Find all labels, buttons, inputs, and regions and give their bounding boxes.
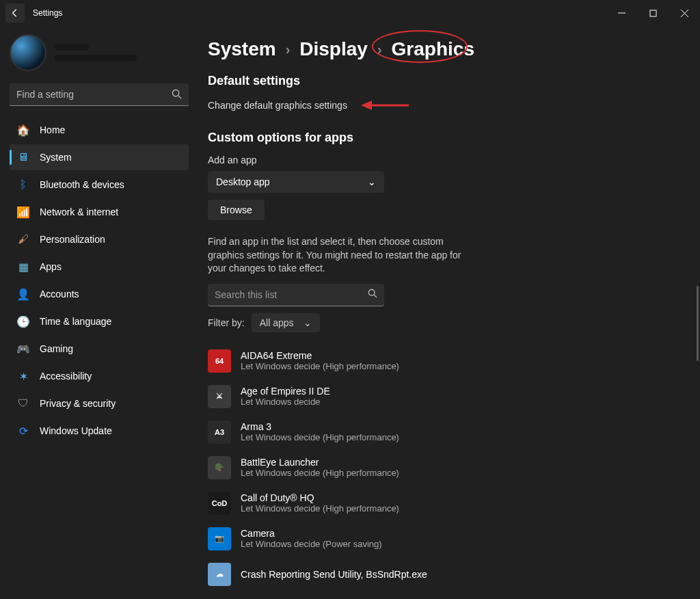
browse-button[interactable]: Browse [208,200,265,220]
nav-personalization[interactable]: 🖌Personalization [10,226,189,252]
close-icon [681,10,688,17]
app-name: AIDA64 Extreme [241,350,399,361]
minimize-icon [618,10,625,17]
app-item[interactable]: 🪖 BattlEye Launcher Let Windows decide (… [208,450,679,485]
nav-list: 🏠Home 🖥System ᛒBluetooth & devices 📶Netw… [10,117,189,444]
svg-point-4 [172,90,178,96]
minimize-button[interactable] [606,2,637,24]
chevron-down-icon: ⌄ [368,176,376,187]
app-list: 64 AIDA64 Extreme Let Windows decide (Hi… [208,343,679,592]
scrollbar[interactable] [697,286,699,361]
app-subtitle: Let Windows decide [241,397,330,407]
maximize-icon [649,10,657,17]
app-subtitle: Let Windows decide (High performance) [241,432,399,442]
app-icon: CoD [208,492,231,515]
app-icon: ☁ [208,563,231,586]
person-icon: 👤 [16,287,30,301]
back-button[interactable] [5,3,25,23]
app-icon: ⚔ [208,385,231,408]
gamepad-icon: 🎮 [16,342,30,356]
svg-marker-7 [361,101,372,110]
nav-time[interactable]: 🕒Time & language [10,308,189,334]
close-button[interactable] [669,2,700,24]
app-icon: 64 [208,349,231,373]
nav-accessibility[interactable]: ✶Accessibility [10,363,189,389]
app-item[interactable]: A3 Arma 3 Let Windows decide (High perfo… [208,414,679,450]
breadcrumb: System › Display › Graphics [208,38,679,60]
app-subtitle: Let Windows decide (High performance) [241,361,399,371]
list-search-input[interactable] [215,289,368,300]
app-item[interactable]: ⚔ Age of Empires II DE Let Windows decid… [208,379,679,414]
search-input[interactable] [10,83,189,106]
search-icon [172,89,182,102]
bluetooth-icon: ᛒ [16,178,30,191]
svg-point-8 [368,289,375,295]
app-item[interactable]: CoD Call of Duty® HQ Let Windows decide … [208,485,679,521]
app-name: Camera [241,528,382,539]
app-item[interactable]: 📷 Camera Let Windows decide (Power savin… [208,521,679,557]
app-icon: 📷 [208,527,231,550]
clock-icon: 🕒 [16,315,30,328]
annotation-arrow [361,98,409,113]
accessibility-icon: ✶ [16,369,30,383]
custom-options-description: Find an app in the list and select it, t… [208,235,481,276]
app-icon: A3 [208,421,231,444]
app-icon: 🪖 [208,456,231,479]
maximize-button[interactable] [637,2,669,24]
app-name: Arma 3 [241,421,399,432]
add-app-label: Add an app [208,155,679,165]
nav-update[interactable]: ⟳Windows Update [10,418,189,444]
chevron-right-icon: › [286,42,291,57]
system-icon: 🖥 [16,150,30,164]
brush-icon: 🖌 [16,232,30,246]
search-icon [368,289,377,301]
filter-label: Filter by: [208,317,245,328]
svg-line-5 [178,96,181,98]
app-name: Crash Reporting Send Utility, BsSndRpt.e… [241,569,427,580]
back-arrow-icon [10,8,20,18]
nav-apps[interactable]: ▦Apps [10,254,189,280]
crumb-graphics: Graphics [392,38,474,60]
change-default-graphics-link[interactable]: Change default graphics settings [208,98,679,113]
chevron-down-icon: ⌄ [304,317,312,328]
app-type-dropdown[interactable]: Desktop app ⌄ [208,171,384,193]
nav-home[interactable]: 🏠Home [10,117,189,143]
app-item[interactable]: 64 AIDA64 Extreme Let Windows decide (Hi… [208,343,679,379]
app-subtitle: Let Windows decide (Power saving) [241,539,382,549]
app-subtitle: Let Windows decide (High performance) [241,468,399,478]
sidebar: 🏠Home 🖥System ᛒBluetooth & devices 📶Netw… [0,26,198,599]
crumb-system[interactable]: System [208,38,276,60]
svg-rect-1 [650,10,656,16]
profile-section[interactable] [10,34,189,71]
chevron-right-icon: › [377,42,382,57]
default-settings-title: Default settings [208,74,679,88]
app-title: Settings [33,8,62,18]
nav-system[interactable]: 🖥System [10,144,189,170]
main-content: System › Display › Graphics Default sett… [198,26,700,599]
app-subtitle: Let Windows decide (High performance) [241,503,399,514]
shield-icon: 🛡 [16,397,30,410]
app-list-search[interactable] [208,284,384,306]
app-name: Call of Duty® HQ [241,492,399,503]
app-name: BattlEye Launcher [241,457,399,468]
profile-name-redacted [55,44,89,51]
nav-bluetooth[interactable]: ᛒBluetooth & devices [10,172,189,198]
settings-search[interactable] [10,83,189,106]
filter-dropdown[interactable]: All apps ⌄ [252,313,320,332]
update-icon: ⟳ [16,424,30,438]
nav-privacy[interactable]: 🛡Privacy & security [10,390,189,416]
nav-gaming[interactable]: 🎮Gaming [10,336,189,362]
apps-icon: ▦ [16,260,30,274]
wifi-icon: 📶 [16,205,30,219]
app-item[interactable]: ☁ Crash Reporting Send Utility, BsSndRpt… [208,557,679,592]
home-icon: 🏠 [16,123,30,137]
svg-line-9 [374,295,377,297]
nav-accounts[interactable]: 👤Accounts [10,281,189,307]
custom-options-title: Custom options for apps [208,131,679,145]
app-name: Age of Empires II DE [241,386,330,397]
nav-network[interactable]: 📶Network & internet [10,199,189,225]
profile-email-redacted [55,55,137,62]
avatar [10,34,46,71]
crumb-display[interactable]: Display [299,38,368,60]
